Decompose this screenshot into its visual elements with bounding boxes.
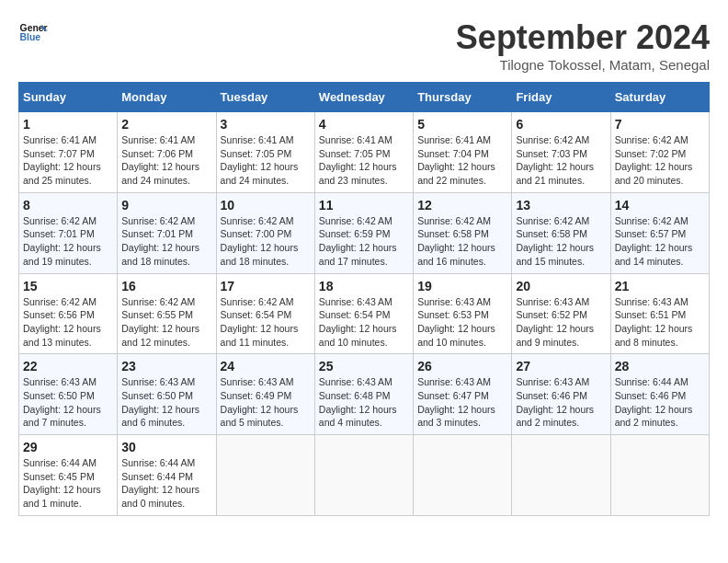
day-info: Sunrise: 6:42 AMSunset: 7:03 PMDaylight:… — [516, 133, 606, 188]
day-info: Sunrise: 6:42 AMSunset: 6:59 PMDaylight:… — [319, 214, 409, 269]
calendar-cell: 18Sunrise: 6:43 AMSunset: 6:54 PMDayligh… — [314, 273, 413, 354]
day-number: 26 — [417, 359, 507, 373]
calendar-cell: 1Sunrise: 6:41 AMSunset: 7:07 PMDaylight… — [19, 112, 118, 193]
day-info: Sunrise: 6:42 AMSunset: 7:00 PMDaylight:… — [221, 214, 311, 269]
day-info: Sunrise: 6:43 AMSunset: 6:50 PMDaylight:… — [121, 375, 211, 430]
day-info: Sunrise: 6:44 AMSunset: 6:44 PMDaylight:… — [121, 456, 211, 511]
calendar-header: SundayMondayTuesdayWednesdayThursdayFrid… — [19, 83, 710, 112]
calendar-cell — [512, 435, 610, 516]
day-info: Sunrise: 6:41 AMSunset: 7:05 PMDaylight:… — [221, 133, 311, 188]
day-number: 30 — [121, 440, 211, 454]
day-number: 19 — [417, 279, 507, 293]
day-info: Sunrise: 6:43 AMSunset: 6:53 PMDaylight:… — [417, 295, 507, 350]
calendar-cell: 2Sunrise: 6:41 AMSunset: 7:06 PMDaylight… — [118, 112, 216, 193]
day-info: Sunrise: 6:42 AMSunset: 7:01 PMDaylight:… — [121, 214, 211, 269]
weekday-header-monday: Monday — [118, 83, 216, 112]
calendar-cell: 15Sunrise: 6:42 AMSunset: 6:56 PMDayligh… — [19, 273, 118, 354]
day-info: Sunrise: 6:41 AMSunset: 7:04 PMDaylight:… — [417, 133, 507, 188]
calendar-cell: 12Sunrise: 6:42 AMSunset: 6:58 PMDayligh… — [414, 192, 512, 273]
calendar-cell — [610, 435, 709, 516]
day-info: Sunrise: 6:42 AMSunset: 6:58 PMDaylight:… — [417, 214, 507, 269]
day-number: 6 — [516, 117, 606, 132]
calendar-cell — [314, 435, 413, 516]
calendar-cell: 10Sunrise: 6:42 AMSunset: 7:00 PMDayligh… — [216, 192, 314, 273]
calendar-body: 1Sunrise: 6:41 AMSunset: 7:07 PMDaylight… — [19, 112, 710, 516]
day-info: Sunrise: 6:44 AMSunset: 6:46 PMDaylight:… — [615, 375, 705, 430]
svg-text:Blue: Blue — [20, 32, 41, 42]
calendar-week-2: 8Sunrise: 6:42 AMSunset: 7:01 PMDaylight… — [19, 192, 710, 273]
calendar-cell: 8Sunrise: 6:42 AMSunset: 7:01 PMDaylight… — [19, 192, 118, 273]
day-info: Sunrise: 6:44 AMSunset: 6:45 PMDaylight:… — [23, 456, 113, 511]
calendar-cell: 25Sunrise: 6:43 AMSunset: 6:48 PMDayligh… — [314, 354, 413, 435]
location-title: Tilogne Tokossel, Matam, Senegal — [456, 57, 710, 73]
weekday-header-friday: Friday — [512, 83, 610, 112]
day-info: Sunrise: 6:42 AMSunset: 7:01 PMDaylight:… — [23, 214, 113, 269]
calendar-cell: 29Sunrise: 6:44 AMSunset: 6:45 PMDayligh… — [19, 435, 118, 516]
day-number: 13 — [516, 198, 606, 213]
calendar-cell: 14Sunrise: 6:42 AMSunset: 6:57 PMDayligh… — [610, 192, 709, 273]
title-area: September 2024 Tilogne Tokossel, Matam, … — [456, 18, 710, 73]
day-number: 12 — [417, 198, 507, 213]
calendar-cell: 30Sunrise: 6:44 AMSunset: 6:44 PMDayligh… — [118, 435, 216, 516]
calendar-cell: 22Sunrise: 6:43 AMSunset: 6:50 PMDayligh… — [19, 354, 118, 435]
calendar-cell: 21Sunrise: 6:43 AMSunset: 6:51 PMDayligh… — [610, 273, 709, 354]
day-number: 1 — [23, 117, 113, 132]
day-info: Sunrise: 6:43 AMSunset: 6:48 PMDaylight:… — [319, 375, 409, 430]
header: General Blue September 2024 Tilogne Toko… — [18, 18, 710, 73]
day-number: 25 — [319, 359, 409, 373]
day-number: 18 — [319, 279, 409, 293]
calendar-cell — [414, 435, 512, 516]
calendar-week-4: 22Sunrise: 6:43 AMSunset: 6:50 PMDayligh… — [19, 354, 710, 435]
calendar-week-1: 1Sunrise: 6:41 AMSunset: 7:07 PMDaylight… — [19, 112, 710, 193]
day-number: 11 — [319, 198, 409, 213]
calendar-cell: 23Sunrise: 6:43 AMSunset: 6:50 PMDayligh… — [118, 354, 216, 435]
day-info: Sunrise: 6:43 AMSunset: 6:47 PMDaylight:… — [417, 375, 507, 430]
calendar-cell: 9Sunrise: 6:42 AMSunset: 7:01 PMDaylight… — [118, 192, 216, 273]
calendar-cell: 19Sunrise: 6:43 AMSunset: 6:53 PMDayligh… — [414, 273, 512, 354]
day-info: Sunrise: 6:42 AMSunset: 6:57 PMDaylight:… — [615, 214, 705, 269]
weekday-header-thursday: Thursday — [414, 83, 512, 112]
calendar-cell: 11Sunrise: 6:42 AMSunset: 6:59 PMDayligh… — [314, 192, 413, 273]
day-info: Sunrise: 6:41 AMSunset: 7:07 PMDaylight:… — [23, 133, 113, 188]
day-info: Sunrise: 6:42 AMSunset: 6:58 PMDaylight:… — [516, 214, 606, 269]
day-info: Sunrise: 6:42 AMSunset: 7:02 PMDaylight:… — [615, 133, 705, 188]
calendar-cell: 26Sunrise: 6:43 AMSunset: 6:47 PMDayligh… — [414, 354, 512, 435]
day-number: 15 — [23, 279, 113, 293]
calendar-cell: 24Sunrise: 6:43 AMSunset: 6:49 PMDayligh… — [216, 354, 314, 435]
day-number: 17 — [221, 279, 311, 293]
day-info: Sunrise: 6:43 AMSunset: 6:52 PMDaylight:… — [516, 295, 606, 350]
day-number: 5 — [417, 117, 507, 132]
day-info: Sunrise: 6:43 AMSunset: 6:46 PMDaylight:… — [516, 375, 606, 430]
weekday-header-sunday: Sunday — [19, 83, 118, 112]
day-info: Sunrise: 6:41 AMSunset: 7:05 PMDaylight:… — [319, 133, 409, 188]
day-number: 16 — [121, 279, 211, 293]
calendar-cell: 3Sunrise: 6:41 AMSunset: 7:05 PMDaylight… — [216, 112, 314, 193]
day-number: 7 — [615, 117, 705, 132]
day-info: Sunrise: 6:42 AMSunset: 6:56 PMDaylight:… — [23, 295, 113, 350]
day-number: 27 — [516, 359, 606, 373]
day-number: 2 — [121, 117, 211, 132]
day-number: 10 — [221, 198, 311, 213]
day-number: 28 — [615, 359, 705, 373]
calendar-week-5: 29Sunrise: 6:44 AMSunset: 6:45 PMDayligh… — [19, 435, 710, 516]
logo: General Blue — [18, 18, 48, 48]
day-info: Sunrise: 6:42 AMSunset: 6:55 PMDaylight:… — [121, 295, 211, 350]
calendar-cell: 16Sunrise: 6:42 AMSunset: 6:55 PMDayligh… — [118, 273, 216, 354]
calendar-cell: 17Sunrise: 6:42 AMSunset: 6:54 PMDayligh… — [216, 273, 314, 354]
day-number: 24 — [221, 359, 311, 373]
calendar-cell: 6Sunrise: 6:42 AMSunset: 7:03 PMDaylight… — [512, 112, 610, 193]
day-number: 9 — [121, 198, 211, 213]
calendar-cell: 20Sunrise: 6:43 AMSunset: 6:52 PMDayligh… — [512, 273, 610, 354]
day-info: Sunrise: 6:43 AMSunset: 6:50 PMDaylight:… — [23, 375, 113, 430]
day-number: 29 — [23, 440, 113, 454]
weekday-header-saturday: Saturday — [610, 83, 709, 112]
day-info: Sunrise: 6:42 AMSunset: 6:54 PMDaylight:… — [221, 295, 311, 350]
day-info: Sunrise: 6:43 AMSunset: 6:49 PMDaylight:… — [221, 375, 311, 430]
day-number: 4 — [319, 117, 409, 132]
calendar-cell: 5Sunrise: 6:41 AMSunset: 7:04 PMDaylight… — [414, 112, 512, 193]
calendar-week-3: 15Sunrise: 6:42 AMSunset: 6:56 PMDayligh… — [19, 273, 710, 354]
calendar-cell — [216, 435, 314, 516]
day-number: 23 — [121, 359, 211, 373]
day-number: 3 — [221, 117, 311, 132]
weekday-header-wednesday: Wednesday — [314, 83, 413, 112]
